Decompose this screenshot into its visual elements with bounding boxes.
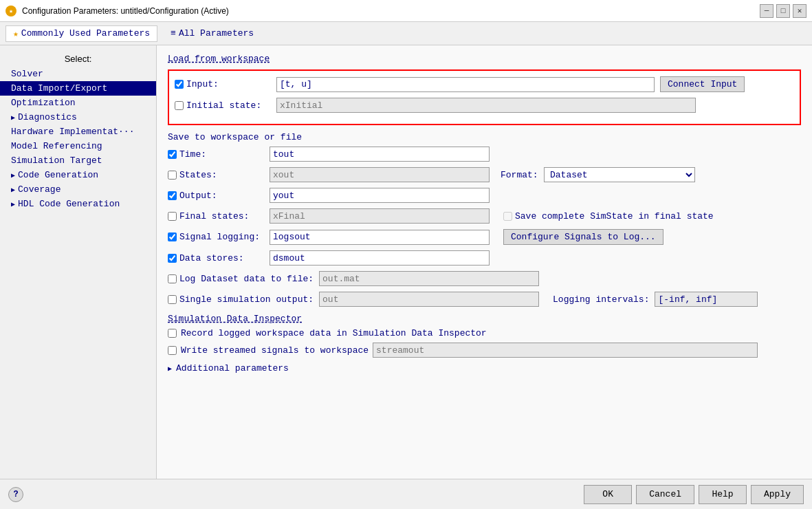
logging-intervals-field[interactable] (655, 292, 758, 307)
additional-params-row[interactable]: ▶ Additional parameters (168, 363, 801, 373)
sidebar-item-code-gen[interactable]: ▶ Code Generation (0, 168, 156, 182)
sidebar-item-hardware-impl[interactable]: Hardware Implementat··· (0, 124, 156, 139)
signal-logging-field[interactable] (270, 230, 490, 245)
additional-params-label: Additional parameters (176, 363, 289, 373)
content-area: Load from workspace Input: Connect Input… (157, 45, 812, 479)
signal-logging-row: Signal logging: Configure Signals to Log… (168, 229, 801, 245)
help-button[interactable]: Help (699, 485, 747, 504)
tab-all-parameters-label: All Parameters (179, 28, 254, 39)
input-row: Input: Connect Input (175, 76, 794, 92)
tabs-bar: ★ Commonly Used Parameters ≡ All Paramet… (0, 22, 812, 45)
all-params-icon: ≡ (171, 28, 176, 39)
bottom-bar: ? OK Cancel Help Apply (0, 479, 812, 509)
data-stores-row: Data stores: (168, 250, 801, 266)
time-field[interactable] (270, 147, 490, 162)
single-sim-field[interactable] (319, 292, 539, 307)
sidebar-item-coverage[interactable]: ▶ Coverage (0, 182, 156, 197)
data-stores-checkbox[interactable] (168, 254, 177, 263)
time-checkbox[interactable] (168, 150, 177, 159)
output-field[interactable] (270, 188, 490, 203)
write-streamed-checkbox[interactable] (168, 346, 177, 355)
highlighted-input-box: Input: Connect Input Initial state: (168, 69, 801, 125)
minimize-button[interactable]: ─ (760, 4, 773, 18)
record-logged-checkbox[interactable] (168, 329, 177, 338)
code-gen-arrow-icon: ▶ (11, 171, 15, 180)
output-label: Output: (168, 191, 264, 201)
tab-commonly-used[interactable]: ★ Commonly Used Parameters (6, 25, 157, 42)
initial-state-field[interactable] (276, 98, 696, 113)
input-field[interactable] (276, 77, 655, 92)
coverage-arrow-icon: ▶ (11, 186, 15, 194)
single-sim-row: Single simulation output: Logging interv… (168, 292, 801, 307)
tab-all-parameters[interactable]: ≡ All Parameters (163, 25, 261, 41)
record-logged-label: Record logged workspace data in Simulati… (181, 328, 487, 338)
signal-logging-label: Signal logging: (168, 232, 264, 242)
data-import-export-label: Data Import/Export (11, 83, 107, 94)
sidebar-item-data-import-export[interactable]: Data Import/Export (0, 81, 156, 96)
maximize-button[interactable]: □ (776, 4, 790, 18)
sidebar-item-sim-target[interactable]: Simulation Target (0, 153, 156, 168)
hardware-impl-label: Hardware Implementat··· (11, 127, 134, 137)
optimization-label: Optimization (11, 98, 76, 108)
save-simstate-checkbox[interactable] (503, 212, 512, 221)
configure-signals-button[interactable]: Configure Signals to Log... (503, 229, 663, 245)
save-simstate-label: Save complete SimState in final state (515, 211, 714, 221)
close-button[interactable]: ✕ (793, 4, 806, 18)
diagnostics-label: Diagnostics (18, 112, 77, 122)
log-dataset-label: Log Dataset data to file: (168, 274, 314, 284)
additional-arrow-icon: ▶ (168, 365, 172, 373)
app-icon: ★ (6, 6, 17, 17)
output-row: Output: (168, 188, 801, 203)
write-streamed-label: Write streamed signals to workspace (181, 345, 369, 356)
sidebar-item-solver[interactable]: Solver (0, 67, 156, 81)
sidebar-item-optimization[interactable]: Optimization (0, 96, 156, 110)
final-states-row: Final states: Save complete SimState in … (168, 208, 801, 224)
states-field[interactable] (270, 167, 490, 182)
main-container: Select: Solver Data Import/Export Optimi… (0, 45, 812, 479)
diagnostics-arrow-icon: ▶ (11, 113, 15, 122)
model-ref-label: Model Referencing (11, 141, 102, 151)
states-row: States: Format: Dataset (168, 167, 801, 182)
ok-button[interactable]: OK (584, 485, 632, 504)
initial-state-label: Initial state: (175, 100, 271, 111)
input-checkbox[interactable] (175, 80, 184, 89)
log-dataset-row: Log Dataset data to file: (168, 271, 801, 286)
time-row: Time: (168, 147, 801, 162)
log-dataset-checkbox[interactable] (168, 274, 177, 283)
states-checkbox[interactable] (168, 171, 177, 180)
apply-button[interactable]: Apply (751, 485, 804, 504)
solver-label: Solver (11, 69, 43, 79)
bottom-buttons: OK Cancel Help Apply (584, 485, 804, 504)
format-select[interactable]: Dataset (544, 167, 695, 182)
star-icon: ★ (13, 28, 19, 39)
sidebar-item-hdl-code-gen[interactable]: ▶ HDL Code Generation (0, 197, 156, 211)
input-label: Input: (175, 79, 271, 89)
sidebar-item-diagnostics[interactable]: ▶ Diagnostics (0, 110, 156, 124)
initial-state-checkbox[interactable] (175, 101, 184, 110)
single-sim-label: Single simulation output: (168, 294, 314, 305)
write-streamed-row: Write streamed signals to workspace (168, 343, 801, 358)
signal-logging-checkbox[interactable] (168, 232, 177, 241)
logging-intervals-label: Logging intervals: (553, 294, 649, 305)
states-label: States: (168, 170, 264, 180)
code-gen-label: Code Generation (18, 170, 98, 180)
tab-commonly-used-label: Commonly Used Parameters (21, 28, 150, 39)
sim-target-label: Simulation Target (11, 155, 102, 166)
sidebar-item-model-ref[interactable]: Model Referencing (0, 139, 156, 153)
save-to-workspace-header: Save to workspace or file (168, 132, 801, 142)
log-dataset-field[interactable] (319, 271, 539, 286)
connect-input-button[interactable]: Connect Input (660, 76, 745, 92)
output-checkbox[interactable] (168, 191, 177, 200)
hdl-arrow-icon: ▶ (11, 200, 15, 208)
streamout-field[interactable] (373, 343, 758, 358)
single-sim-checkbox[interactable] (168, 295, 177, 304)
final-states-checkbox[interactable] (168, 212, 177, 221)
final-states-field[interactable] (270, 208, 490, 224)
help-icon-button[interactable]: ? (8, 487, 23, 502)
record-logged-row: Record logged workspace data in Simulati… (168, 328, 801, 338)
sim-inspector-title: Simulation Data Inspector (168, 314, 801, 324)
simulation-data-inspector-section: Simulation Data Inspector Record logged … (168, 314, 801, 358)
cancel-button[interactable]: Cancel (636, 485, 694, 504)
title-bar: ★ Configuration Parameters: untitled/Con… (0, 0, 812, 22)
data-stores-field[interactable] (270, 250, 490, 266)
